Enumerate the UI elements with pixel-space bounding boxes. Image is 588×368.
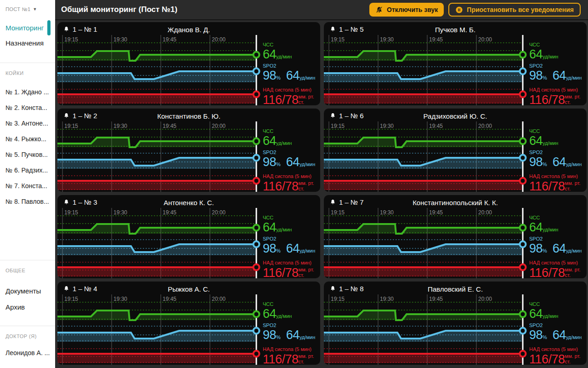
bed-label-text: 1 – № 6 [339,112,364,120]
bed-label: 1 – № 3 [63,198,97,206]
card-header: 1 – № 7 Константинопольский К. К. [324,198,587,207]
spo2-series [57,240,256,255]
sidebar-item-bed[interactable]: № 3. Антоне... [0,120,55,126]
nibp-readout: НАД систола (5 мин) 116/78 мм. рт. ст. [529,260,587,278]
time-tick: 20:00 [478,123,492,129]
bed-label-text: 1 – № 8 [339,285,364,293]
sidebar-item-archive[interactable]: Архив [0,303,55,311]
spo2-value: 98 [529,243,543,254]
general-section-header: ОБЩЕЕ [6,268,55,273]
hr-value: 64 [529,135,543,146]
bell-icon [330,199,336,206]
spo2-readout: SPO2 98 % 64 уд/мин [529,63,582,81]
nibp-readout: НАД систола (5 мин) 116/78 мм. рт. ст. [263,87,320,105]
nibp-series [324,89,523,104]
spo2-label: SPO2 [263,150,315,155]
hr-marker [254,52,260,58]
spo2-label: SPO2 [263,63,315,69]
time-tick: 20:00 [212,209,226,216]
hr-series [324,43,523,61]
patient-card[interactable]: 1 – № 1 Жданов В. Д. 19:15 19:30 19:45 2… [57,22,320,105]
pause-circle-icon [455,6,463,14]
hr-unit: уд/мин [543,227,558,233]
patient-card[interactable]: 1 – № 4 Рыжков А. С. 19:15 19:30 19:45 2… [57,282,320,365]
patient-card[interactable]: 1 – № 7 Константинопольский К. К. 19:15 … [324,195,587,278]
time-tick: 19:15 [64,209,78,216]
hr-marker [520,225,526,231]
time-tick: 19:30 [113,36,127,43]
bell-icon [63,112,69,119]
spo2-series [57,153,256,169]
hr-readout: ЧСС 64 уд/мин [263,215,292,233]
hr-label: ЧСС [263,42,292,47]
chevron-down-icon: ▼ [33,7,37,12]
mute-sound-button[interactable]: Отключить звук [369,3,444,17]
sidebar-item-prescriptions[interactable]: Назначения [0,39,55,47]
spo2-value: 98 [263,243,276,254]
spo2-marker [520,155,526,161]
hr-unit: уд/мин [276,54,292,60]
nibp-value: 116/78 [529,354,565,365]
hr-unit: уд/мин [276,313,292,319]
hr-marker [254,225,260,231]
time-tick: 19:45 [429,36,443,43]
patient-card[interactable]: 1 – № 3 Антоненко К. С. 19:15 19:30 19:4… [57,195,320,278]
hr-value: 64 [529,222,543,233]
spo2-pulse-unit: уд/мин [300,75,315,81]
hr-readout: ЧСС 64 уд/мин [263,128,292,146]
sidebar-item-doctor[interactable]: Леонидов А. ... [0,349,55,356]
hr-marker [520,138,526,144]
doctor-section-header: ДОКТОР (Я) [6,334,55,339]
time-tick: 20:00 [478,296,492,302]
bed-label: 1 – № 4 [63,285,97,293]
spo2-readout: SPO2 98 % 64 уд/мин [263,322,315,340]
sidebar-item-bed[interactable]: № 7. Конста... [0,183,55,189]
time-tick: 20:00 [212,36,226,43]
bed-label: 1 – № 1 [63,25,97,33]
hr-value: 64 [263,222,276,233]
nibp-marker [520,264,526,270]
spo2-readout: SPO2 98 % 64 уд/мин [263,63,315,81]
spo2-marker [520,69,526,75]
sidebar-item-bed[interactable]: № 4. Рыжко... [0,136,55,142]
bell-icon [63,199,69,206]
spo2-pulse-value: 64 [553,156,566,167]
spo2-series [324,153,523,169]
pause-notifications-button[interactable]: Приостановить все уведомления [448,3,581,17]
nibp-label: НАД систола (5 мин) [263,87,320,92]
spo2-unit: % [543,248,547,254]
bed-label: 1 – № 2 [63,112,97,120]
hr-readout: ЧСС 64 уд/мин [263,301,292,319]
time-tick: 20:00 [212,123,226,129]
spo2-readout: SPO2 98 % 64 уд/мин [529,322,582,340]
patient-card[interactable]: 1 – № 8 Павловский Е. С. 19:15 19:30 19:… [324,282,587,365]
hr-readout: ЧСС 64 уд/мин [263,42,292,60]
nibp-value: 116/78 [263,267,299,278]
pause-notifications-label: Приостановить все уведомления [467,6,574,13]
spo2-readout: SPO2 98 % 64 уд/мин [529,236,582,254]
divider [0,260,55,260]
sidebar-item-documents[interactable]: Документы [0,287,55,295]
hr-value: 64 [529,308,543,319]
patient-card[interactable]: 1 – № 5 Пучков М. Б. 19:15 19:30 19:45 2… [324,22,587,105]
sidebar-item-bed[interactable]: № 5. Пучков... [0,151,55,158]
patient-card[interactable]: 1 – № 6 Радзиховский Ю. С. 19:15 19:30 1… [324,109,587,192]
nibp-readout: НАД систола (5 мин) 116/78 мм. рт. ст. [529,346,587,365]
sidebar-item-bed[interactable]: № 1. Ждано ... [0,89,55,95]
post-select[interactable]: ПОСТ №1 ▼ [6,6,55,12]
spo2-marker [254,155,260,161]
spo2-value: 98 [529,70,543,81]
sidebar-item-bed[interactable]: № 6. Радзих... [0,167,55,173]
sidebar-item-bed[interactable]: № 2. Конста... [0,104,55,111]
patient-card[interactable]: 1 – № 2 Константинов Б. Ю. 19:15 19:30 1… [57,109,320,192]
spo2-marker [520,328,526,334]
spo2-pulse-unit: уд/мин [566,334,582,340]
time-tick: 19:15 [64,36,78,43]
time-tick: 19:30 [113,209,127,216]
time-tick: 19:45 [429,296,443,302]
card-header: 1 – № 5 Пучков М. Б. [324,25,587,34]
sidebar-item-bed[interactable]: № 8. Павлов... [0,198,55,205]
sidebar-item-monitoring[interactable]: Мониторинг [0,24,55,32]
nibp-unit: мм. рт. ст. [299,94,320,105]
spo2-pulse-value: 64 [286,243,300,254]
